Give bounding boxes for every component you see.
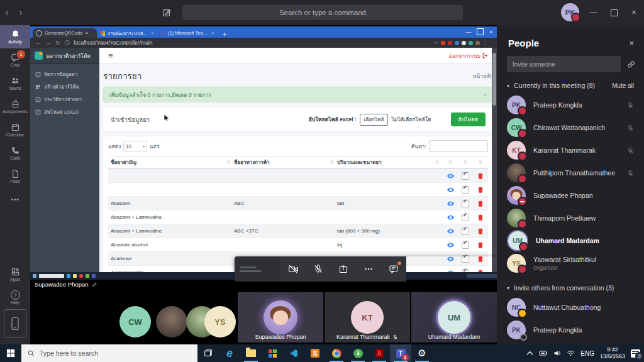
- delete-button[interactable]: [473, 214, 488, 221]
- chat-toggle-button[interactable]: [381, 256, 406, 282]
- tab-thai-system[interactable]: งานพัฒนาระบบสารสนเทศเพื่อการป... ×: [97, 28, 157, 38]
- table-search-input[interactable]: [429, 140, 488, 152]
- browser-close-button[interactable]: ×: [486, 29, 497, 35]
- video-tile-uhamard[interactable]: UM Uhamard Madardam: [411, 292, 497, 343]
- wifi-icon[interactable]: [567, 350, 575, 356]
- participant-muted-icon[interactable]: [627, 102, 634, 109]
- column-trade-name[interactable]: ชื่อยาทางการค้า⇅: [234, 158, 337, 167]
- column-amount[interactable]: ปริมาณและขนาดยา⇅: [337, 158, 443, 167]
- participant-row[interactable]: Thimaporn Phetkaew: [497, 207, 644, 229]
- tray-chevron-icon[interactable]: [526, 351, 533, 356]
- history-back-icon[interactable]: ‹: [0, 7, 14, 18]
- video-tile-supawadee[interactable]: Supawadee Phopan: [238, 292, 323, 343]
- taskbar-search-input[interactable]: Type here to search: [21, 344, 197, 362]
- taskbar-teams[interactable]: T 1: [390, 344, 411, 362]
- participant-row[interactable]: KT Karanrat Thammarak: [497, 139, 644, 162]
- rail-item-teams[interactable]: Teams: [0, 72, 30, 95]
- close-panel-icon[interactable]: ×: [629, 38, 634, 48]
- participant-row[interactable]: Putthiporn Thanathamathee: [497, 162, 644, 184]
- rail-item-files[interactable]: Files: [0, 165, 30, 188]
- extension-icon[interactable]: [448, 41, 452, 45]
- page-size-select[interactable]: 10 ▾: [123, 141, 147, 151]
- participant-muted-icon[interactable]: [627, 147, 634, 154]
- language-indicator[interactable]: ENG: [580, 350, 594, 357]
- browser-forward-icon[interactable]: →: [45, 40, 51, 46]
- participant-row[interactable]: NC Nuttawut Chubuathong: [497, 296, 644, 319]
- browser-menu-icon[interactable]: ⋮: [482, 40, 488, 46]
- section-invite-others[interactable]: ▾ Invite others from conversation (3): [497, 280, 644, 296]
- action-center-icon[interactable]: 3: [631, 349, 640, 358]
- section-currently-in-meeting[interactable]: ▾ Currently in this meeting (8) Mute all: [497, 77, 644, 94]
- participant-row[interactable]: PK Prateep Kongkla: [497, 319, 644, 341]
- participant-muted-icon[interactable]: [627, 170, 634, 177]
- view-button[interactable]: [443, 187, 458, 192]
- view-button[interactable]: [443, 173, 458, 178]
- tab-close-icon[interactable]: ×: [85, 30, 88, 36]
- breadcrumb-home[interactable]: หน้าหลัก: [473, 72, 493, 80]
- extension-icon[interactable]: [455, 41, 459, 45]
- video-tile-karanrat[interactable]: KT Karanrat Thammarak: [325, 292, 410, 343]
- mobile-app-promo[interactable]: [4, 309, 26, 338]
- taskbar-store[interactable]: [262, 344, 283, 362]
- maximize-button[interactable]: [604, 0, 624, 25]
- taskbar-clock[interactable]: 9:42 13/5/2563: [600, 346, 625, 360]
- taskbar-file-explorer[interactable]: [240, 344, 262, 362]
- minimize-button[interactable]: —: [584, 0, 604, 25]
- rail-item-help[interactable]: ? Help: [0, 286, 30, 309]
- webapp-brand[interactable]: ฉลากยาคิวอาร์โค้ด: [30, 48, 99, 64]
- scrollbar-thumb[interactable]: [492, 53, 496, 106]
- upload-button[interactable]: อัปโหลด: [451, 112, 486, 126]
- task-view-button[interactable]: [197, 344, 219, 362]
- browser-maximize-button[interactable]: [474, 28, 486, 36]
- rail-item-calendar[interactable]: Calendar: [0, 118, 30, 141]
- tab-generateqrcode[interactable]: GenerateQRCode ×: [33, 28, 97, 38]
- site-info-icon[interactable]: ⓘ: [65, 39, 70, 47]
- taskbar-settings[interactable]: ⚙: [411, 344, 433, 362]
- extension-icon[interactable]: [441, 41, 445, 45]
- edit-button[interactable]: [458, 200, 473, 207]
- profile-icon[interactable]: [475, 41, 480, 45]
- mute-all-button[interactable]: Mute all: [612, 82, 634, 89]
- share-screen-button[interactable]: [331, 256, 356, 282]
- speaker-icon[interactable]: [553, 349, 561, 357]
- rail-item-apps[interactable]: Apps: [0, 263, 30, 286]
- command-search-input[interactable]: Search or type a command: [182, 5, 463, 20]
- column-edit[interactable]: ⇅: [458, 160, 473, 165]
- sidebar-item-create-qrcode[interactable]: สร้างคิวอาร์โค้ด: [30, 80, 99, 93]
- delete-button[interactable]: [473, 187, 488, 193]
- taskbar-sublime[interactable]: S: [304, 344, 326, 362]
- taskbar-edge[interactable]: e: [219, 344, 240, 362]
- delete-button[interactable]: [473, 200, 488, 207]
- taskbar-acrobat[interactable]: A: [369, 344, 390, 362]
- column-view[interactable]: ⇅: [443, 160, 458, 165]
- invite-someone-input[interactable]: Invite someone: [507, 56, 621, 72]
- edit-button[interactable]: [458, 228, 473, 235]
- alert-close-icon[interactable]: ×: [484, 92, 487, 98]
- bookmark-star-icon[interactable]: ☆: [433, 40, 438, 46]
- new-chat-icon[interactable]: [162, 8, 171, 17]
- sidebar-item-dispense-history[interactable]: ประวัติการจ่ายยา: [30, 93, 99, 106]
- participant-muted-icon[interactable]: [627, 124, 634, 131]
- view-button[interactable]: [443, 229, 458, 234]
- choose-file-button[interactable]: เลือกไฟล์: [360, 114, 389, 126]
- edit-button[interactable]: [458, 241, 473, 249]
- history-forward-icon[interactable]: ›: [14, 7, 28, 18]
- new-tab-button[interactable]: +: [223, 30, 226, 38]
- edit-button[interactable]: [458, 214, 473, 221]
- rail-item-activity[interactable]: Activity: [0, 25, 30, 48]
- rail-item-calls[interactable]: Calls: [0, 141, 30, 165]
- sidebar-item-manage-drug-data[interactable]: จัดการข้อมูลยา: [30, 68, 99, 80]
- delete-button[interactable]: [473, 228, 488, 234]
- sidebar-item-upload-logo[interactable]: อัพโหลด LOGO: [30, 106, 99, 118]
- rail-item-more[interactable]: •••: [0, 188, 30, 211]
- participant-row[interactable]: Supawadee Phopan: [497, 184, 644, 207]
- view-button[interactable]: [443, 215, 458, 220]
- browser-back-icon[interactable]: ←: [35, 40, 41, 46]
- column-generic-name[interactable]: ชื่อยาสามัญ⇅: [108, 158, 234, 167]
- camera-toggle-button[interactable]: [280, 256, 306, 282]
- participant-row[interactable]: UM Uhamard Madardam: [497, 229, 644, 252]
- view-button[interactable]: [443, 201, 458, 206]
- participant-row[interactable]: YS Yaowarat Sirisathitkul Organizer: [497, 252, 644, 275]
- extension-icon[interactable]: [462, 41, 466, 45]
- delete-button[interactable]: [473, 242, 488, 248]
